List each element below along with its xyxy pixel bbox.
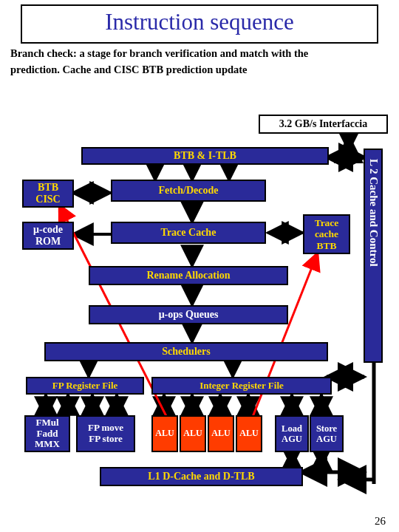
- page-title: Instruction sequence: [21, 4, 378, 44]
- store-l1: Store: [316, 423, 337, 434]
- trace-cache-block: Trace Cache: [111, 222, 266, 244]
- int-regfile-block: Integer Register File: [151, 377, 332, 395]
- fetch-decode-block: Fetch/Decode: [111, 180, 266, 202]
- slide-number: 26: [375, 515, 386, 528]
- schedulers-block: Schedulers: [44, 342, 328, 361]
- uops-queues-block: μ-ops Queues: [89, 305, 288, 324]
- tcbtb-l2: cache: [315, 228, 338, 240]
- tcbtb-l1: Trace: [315, 217, 339, 229]
- l2-cache-label: L 2 Cache and Control: [367, 159, 380, 267]
- interface-label: 3.2 GB/s Interfaccia: [259, 115, 388, 134]
- alu-2-block: ALU: [180, 415, 206, 452]
- fmul-l2: Fadd: [37, 429, 58, 440]
- btb-cisc-l2: CISC: [35, 194, 60, 205]
- load-l1: Load: [282, 423, 302, 434]
- l2-cache-block: L 2 Cache and Control: [364, 149, 383, 363]
- store-agu-block: Store AGU: [310, 415, 344, 452]
- fmul-block: FMul Fadd MMX: [24, 415, 70, 452]
- fpmove-l1: FP move: [88, 423, 123, 434]
- fmul-l1: FMul: [35, 417, 58, 429]
- alu-1-block: ALU: [151, 415, 178, 452]
- fmul-l3: MMX: [35, 439, 60, 450]
- store-l2: AGU: [316, 434, 337, 444]
- l1d-block: L1 D-Cache and D-TLB: [100, 467, 303, 486]
- ucode-rom-l1: μ-code: [33, 224, 63, 236]
- ucode-rom-l2: ROM: [35, 236, 61, 248]
- fp-regfile-block: FP Register File: [26, 377, 144, 395]
- btb-cisc-l1: BTB: [38, 182, 58, 194]
- ucode-rom-block: μ-code ROM: [22, 222, 74, 250]
- fpmove-block: FP move FP store: [76, 415, 135, 452]
- rename-alloc-block: Rename Allocation: [89, 266, 288, 285]
- fpmove-l2: FP store: [89, 434, 123, 445]
- load-l2: AGU: [282, 434, 302, 444]
- tcbtb-l3: BTB: [316, 240, 336, 252]
- alu-4-block: ALU: [236, 415, 262, 452]
- diagram-stage: 3.2 GB/s Interfaccia BTB & I-TLB BTB CIS…: [0, 115, 399, 532]
- load-agu-block: Load AGU: [275, 415, 309, 452]
- trace-cache-btb-block: Trace cache BTB: [303, 214, 350, 254]
- btb-itlb-block: BTB & I-TLB: [81, 147, 329, 165]
- alu-3-block: ALU: [208, 415, 234, 452]
- subtitle-line1: Branch check: a stage for branch verific…: [10, 47, 389, 60]
- btb-cisc-block: BTB CISC: [22, 180, 74, 208]
- subtitle-line2: prediction. Cache and CISC BTB predictio…: [10, 63, 389, 76]
